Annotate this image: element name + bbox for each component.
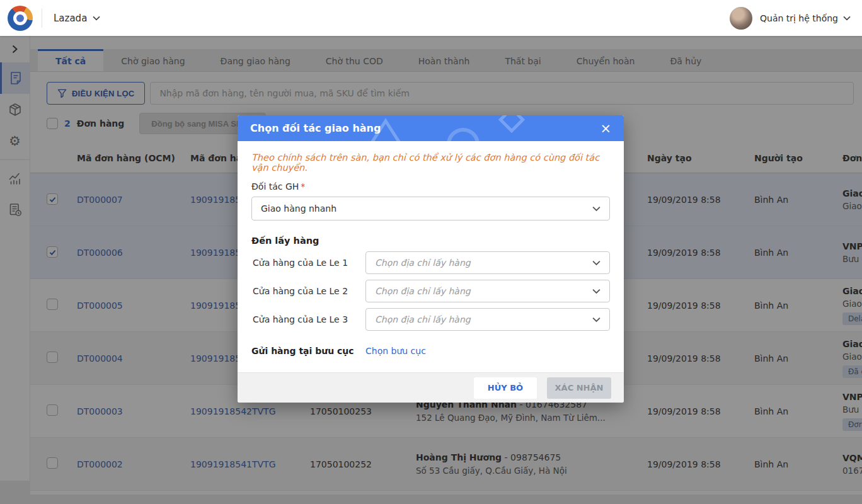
modal-title: Chọn đối tác giao hàng [250, 122, 381, 134]
choose-post-office-link[interactable]: Chọn bưu cục [365, 346, 426, 356]
store-selector-label: Lazada [54, 13, 87, 24]
chevron-down-icon [592, 289, 601, 294]
app-logo-icon[interactable] [8, 6, 33, 31]
decorative-diamond-icon [498, 115, 525, 133]
pickup-address-placeholder: Chọn địa chỉ lấy hàng [375, 314, 471, 324]
pickup-row: Cửa hàng của Le Le 3 Chọn địa chỉ lấy hà… [251, 308, 610, 331]
partner-select[interactable]: Giao hàng nhanh [251, 197, 610, 220]
chevron-down-icon [592, 317, 601, 323]
chevron-down-icon [843, 16, 851, 21]
avatar[interactable] [730, 7, 752, 30]
pickup-store-label: Cửa hàng của Le Le 1 [251, 258, 365, 268]
user-menu-label: Quản trị hệ thống [760, 13, 838, 23]
chevron-down-icon [592, 206, 601, 212]
modal-body: Theo chính sách trên sàn, bạn chỉ có thể… [238, 141, 624, 372]
modal-header: Chọn đối tác giao hàng × [238, 115, 624, 141]
close-icon[interactable]: × [596, 120, 615, 137]
pickup-store-label: Cửa hàng của Le Le 2 [251, 286, 365, 296]
partner-label: Đối tác GH [251, 181, 299, 192]
topbar-divider [42, 9, 42, 28]
pickup-store-label: Cửa hàng của Le Le 3 [251, 314, 365, 324]
post-office-row: Gửi hàng tại bưu cục Chọn bưu cục [251, 346, 610, 356]
required-asterisk: * [301, 181, 305, 192]
pickup-address-placeholder: Chọn địa chỉ lấy hàng [375, 258, 471, 268]
store-selector[interactable]: Lazada [54, 13, 100, 24]
policy-note: Theo chính sách trên sàn, bạn chỉ có thể… [251, 152, 610, 173]
modal-footer: HỦY BỎ XÁC NHẬN [238, 372, 624, 403]
user-menu[interactable]: Quản trị hệ thống [760, 13, 851, 23]
pickup-address-select[interactable]: Chọn địa chỉ lấy hàng [365, 308, 610, 331]
choose-carrier-modal: Chọn đối tác giao hàng × Theo chính sách… [238, 115, 624, 403]
chevron-down-icon [592, 260, 601, 266]
decorative-circle-icon [447, 128, 480, 141]
confirm-button[interactable]: XÁC NHẬN [547, 377, 611, 399]
post-office-label: Gửi hàng tại bưu cục [251, 346, 365, 356]
topbar: Lazada Quản trị hệ thống [0, 0, 862, 36]
partner-select-value: Giao hàng nhanh [261, 203, 336, 214]
pickup-address-placeholder: Chọn địa chỉ lấy hàng [375, 286, 471, 296]
app-screen: Lazada Quản trị hệ thống ⚙ [0, 0, 862, 504]
pickup-row: Cửa hàng của Le Le 1 Chọn địa chỉ lấy hà… [251, 251, 610, 274]
pickup-row: Cửa hàng của Le Le 2 Chọn địa chỉ lấy hà… [251, 280, 610, 302]
chevron-down-icon [93, 16, 100, 21]
cancel-button[interactable]: HỦY BỎ [474, 377, 537, 399]
pickup-section-title: Đến lấy hàng [251, 236, 610, 246]
pickup-address-select[interactable]: Chọn địa chỉ lấy hàng [365, 251, 610, 274]
pickup-address-select[interactable]: Chọn địa chỉ lấy hàng [365, 280, 610, 302]
